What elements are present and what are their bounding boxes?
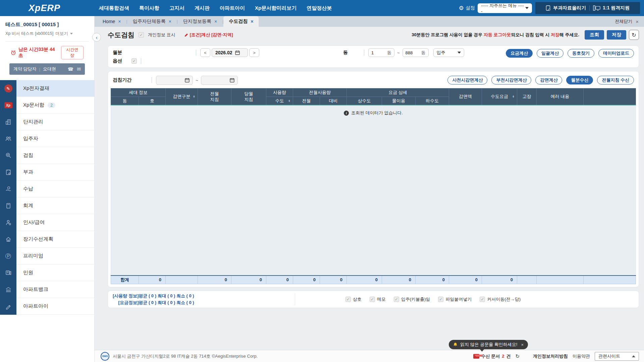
- upload-billing-data-button[interactable]: 부과자료올리기: [546, 5, 586, 11]
- divider: [364, 50, 364, 56]
- tab-complex-info[interactable]: 단지정보등록 ×: [178, 16, 222, 27]
- sidebar-item-civil-complaints[interactable]: 민원: [0, 264, 94, 281]
- checkbox[interactable]: ✓: [438, 297, 443, 302]
- sacheon-reduction-calc-button[interactable]: 사천시감면계산: [447, 76, 487, 84]
- favorite-menu-select[interactable]: ----- 자주쓰는 메뉴 -----: [478, 3, 532, 13]
- sidebar-item-billing[interactable]: 부과: [0, 164, 94, 181]
- mail-icon[interactable]: ✉: [77, 66, 81, 72]
- settings-label: 설정: [466, 5, 475, 11]
- footer-refresh-button[interactable]: ↻: [515, 353, 520, 359]
- col-group-household: 세대 정보: [111, 88, 166, 97]
- option-cursor-move[interactable]: ✓ 커서이동(전→당): [480, 296, 521, 302]
- save-button[interactable]: 저장: [607, 30, 626, 40]
- phone-icon[interactable]: ☎: [68, 66, 73, 72]
- option-memo[interactable]: ✓ 메모: [370, 296, 386, 302]
- occupancy-value: 입주: [437, 50, 445, 56]
- top-menu-yearend-bot[interactable]: 연말정산봇: [307, 5, 332, 11]
- toast-close-icon[interactable]: ×: [521, 342, 524, 347]
- top-menu-special-notes[interactable]: 특이사항: [139, 5, 159, 11]
- tab-close-icon[interactable]: ×: [118, 19, 121, 24]
- header-right: ⚙ 설정 ----- 자주쓰는 메뉴 ----- 부과자료올리기 1:1 원격지…: [459, 0, 644, 16]
- sidebar-item-meter-reading[interactable]: 검침: [0, 147, 94, 164]
- sidebar-item-longterm-repair-plan[interactable]: 장기수선계획: [0, 231, 94, 248]
- sidebar-menu: ✎ Xp전자결재 Xp Xp문서함2 단지관리 입주자 검침: [0, 80, 94, 315]
- remote-support-button[interactable]: 1:1 원격지원: [593, 5, 630, 11]
- batch-calc-button[interactable]: 일괄계산: [537, 49, 564, 58]
- sidebar-item-premium[interactable]: Ⓟ 프리미엄: [0, 248, 94, 264]
- col-reduction-type[interactable]: 감면구분▲▼: [166, 88, 198, 105]
- extend-time-button[interactable]: 시간연장: [61, 46, 84, 59]
- divider: [152, 77, 152, 83]
- prev-month-button[interactable]: <: [200, 48, 210, 57]
- sidebar-item-accounting[interactable]: 회계: [0, 197, 94, 214]
- sidebar-item-complex-mgmt[interactable]: 단지관리: [0, 114, 94, 130]
- related-sites-value: 관련사이트: [598, 353, 620, 359]
- condition-calc-link[interactable]: [조건]계산 [감면-지역]: [184, 32, 233, 38]
- option-row: 옵션 ✓: [113, 57, 634, 65]
- data-upload-button[interactable]: 데이터업로드: [598, 49, 634, 58]
- reduction-calc-button[interactable]: 감면계산: [535, 76, 562, 84]
- dong-to-input[interactable]: 888 동: [402, 48, 429, 57]
- title-row: 수도검침 ✓ 개인정보 표시 [조건]계산 [감면-지역] 30분동안 프로그램…: [108, 27, 639, 43]
- bucheon-reduction-calc-button[interactable]: 부천시감면계산: [491, 76, 531, 84]
- find-dongho-button[interactable]: 동호찾기: [568, 49, 594, 58]
- grid-card: 검침기간 ~ 사천시감면계산 부천시감면계산 감면계산: [108, 71, 639, 287]
- remote-support-icon: [593, 5, 600, 11]
- month-picker[interactable]: 2026.02: [212, 48, 248, 57]
- footer-logo: ISMS: [101, 352, 109, 361]
- next-month-button[interactable]: >: [249, 48, 259, 57]
- tab-close-icon[interactable]: ×: [214, 19, 217, 24]
- top-menu-docbox-preview[interactable]: Xp문서함미리보기: [255, 5, 297, 11]
- occupancy-select[interactable]: 입주: [433, 48, 464, 57]
- top-menu-board[interactable]: 게시판: [195, 5, 210, 11]
- period-from-input[interactable]: [156, 76, 193, 85]
- period-to-input[interactable]: [201, 76, 238, 85]
- checkbox[interactable]: ✓: [480, 297, 485, 302]
- sidebar-item-xp-docbox[interactable]: Xp Xp문서함2: [0, 97, 94, 114]
- sidebar-item-residents[interactable]: 입주자: [0, 130, 94, 147]
- related-sites-select[interactable]: 관련사이트: [595, 352, 639, 361]
- dong-from-input[interactable]: 1 동: [368, 48, 394, 57]
- settings-button[interactable]: ⚙ 설정: [459, 5, 475, 12]
- tab-water-meter[interactable]: 수도검침 ×: [223, 16, 259, 27]
- month-receive-button[interactable]: 월분수신: [566, 76, 593, 84]
- sidebar-item-apt-i[interactable]: 아파트아이: [0, 298, 94, 315]
- sidebar-item-apt-bank[interactable]: 아파트뱅크: [0, 281, 94, 298]
- received-docs-count: 2: [502, 354, 504, 359]
- col-water[interactable]: 수도▲▼: [266, 97, 293, 105]
- favorite-menu-value: ----- 자주쓰는 메뉴 -----: [481, 3, 525, 14]
- option-movein-date[interactable]: ✓ 입주(키불출)일: [394, 296, 430, 302]
- sidebar-item-hr-payroll[interactable]: 인사/급여: [0, 214, 94, 231]
- col-water-use: 물이용: [382, 97, 416, 105]
- tab-close-icon[interactable]: ×: [169, 19, 171, 24]
- top-menu-bill[interactable]: 고지서: [169, 5, 184, 11]
- refresh-button[interactable]: ↻: [629, 30, 639, 40]
- chevron-down-icon: [525, 7, 529, 9]
- option-business-name[interactable]: ✓ 상호: [345, 296, 362, 302]
- sidebar-item-receipts[interactable]: 수납: [0, 181, 94, 197]
- privacy-policy-link[interactable]: 개인정보처리방침: [533, 353, 568, 359]
- checkbox[interactable]: ✓: [345, 297, 351, 302]
- option-file-paste[interactable]: ✓ 파일붙여넣기: [438, 296, 472, 302]
- sidebar-collapse-button[interactable]: ‹: [92, 33, 101, 42]
- sidebar-item-xp-approval[interactable]: ✎ Xp전자결재: [0, 80, 94, 97]
- received-docs-button[interactable]: 수신 문서 2 건: [473, 353, 511, 359]
- privacy-checkbox[interactable]: ✓: [139, 32, 144, 38]
- col-water-fee[interactable]: 수도요금▲▼: [482, 88, 517, 105]
- fee-calc-button[interactable]: 요금계산: [506, 49, 533, 58]
- tab-close-icon[interactable]: ×: [251, 19, 253, 24]
- close-all-tabs-button[interactable]: 전체닫기 ×: [615, 18, 639, 24]
- option-checkbox[interactable]: ✓: [131, 58, 137, 64]
- prev-reading-receive-button[interactable]: 전월지침 수신: [597, 76, 634, 84]
- checkbox[interactable]: ✓: [394, 297, 399, 302]
- tab-resident-group[interactable]: 입주자단체등록 ×: [127, 16, 177, 27]
- checkbox[interactable]: ✓: [370, 297, 375, 302]
- tab-home[interactable]: Home ×: [97, 16, 126, 27]
- top-menu-apti[interactable]: 아파트아이: [220, 5, 245, 11]
- more-button[interactable]: 더보기: [55, 31, 68, 37]
- terms-link[interactable]: 이용약관: [573, 353, 590, 359]
- search-button[interactable]: 조회: [585, 30, 604, 40]
- top-menu-household-search[interactable]: 세대통합검색: [99, 5, 129, 11]
- upload-doc-icon: [546, 5, 551, 11]
- totals-reduction-amount: 0: [449, 276, 482, 284]
